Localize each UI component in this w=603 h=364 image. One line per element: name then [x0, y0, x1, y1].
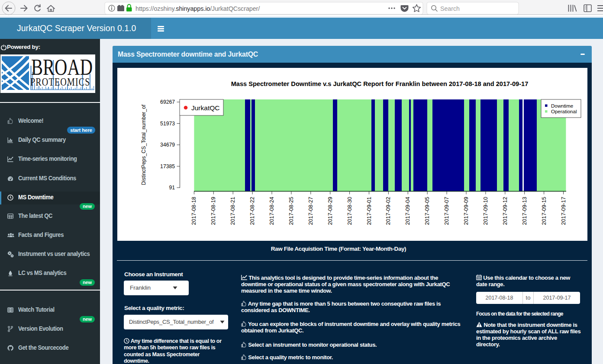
svg-text:2017-08-29: 2017-08-29 [327, 197, 333, 225]
svg-text:Operational: Operational [551, 109, 577, 114]
svg-text:69267: 69267 [160, 99, 175, 105]
svg-text:2017-09-05: 2017-09-05 [424, 197, 430, 225]
svg-text:DistinctPeps_CS_Total_number_o: DistinctPeps_CS_Total_number_of [141, 104, 147, 185]
svg-text:17385: 17385 [160, 163, 175, 169]
svg-text:2017-08-19: 2017-08-19 [210, 197, 216, 225]
svg-text:2017-08-27: 2017-08-27 [307, 197, 314, 225]
svg-text:2017-08-24: 2017-08-24 [268, 197, 275, 225]
svg-text:2017-08-21: 2017-08-21 [229, 197, 236, 225]
svg-text:Downtime: Downtime [551, 103, 573, 109]
svg-text:PROTEOMICS: PROTEOMICS [30, 76, 90, 88]
svg-text:2017-09-15: 2017-09-15 [541, 197, 547, 225]
svg-text:2017-09-10: 2017-09-10 [482, 197, 489, 225]
svg-text:2017-09-02: 2017-09-02 [385, 197, 391, 225]
svg-text:2017-09-01: 2017-09-01 [366, 197, 372, 225]
svg-text:2017-09-17: 2017-09-17 [560, 197, 567, 225]
svg-text:https://ozshiny.shinyapps.io/J: https://ozshiny.shinyapps.io/JurkatQCscr… [135, 5, 260, 12]
svg-text:91: 91 [169, 185, 175, 191]
svg-text:2017-09-07: 2017-09-07 [443, 197, 450, 225]
svg-text:Search: Search [440, 5, 460, 12]
svg-text:2017-08-30: 2017-08-30 [346, 197, 353, 225]
svg-text:2017-08-18: 2017-08-18 [190, 197, 197, 225]
svg-text:JurkatQC: JurkatQC [191, 104, 219, 112]
svg-text:2017-09-09: 2017-09-09 [463, 197, 469, 225]
svg-text:2017-09-12: 2017-09-12 [502, 197, 508, 225]
svg-text:2017-09-13: 2017-09-13 [521, 197, 528, 225]
svg-text:2017-08-25: 2017-08-25 [288, 197, 294, 225]
svg-text:51973: 51973 [160, 121, 175, 127]
svg-text:2017-09-04: 2017-09-04 [404, 197, 411, 225]
svg-text:34679: 34679 [160, 142, 175, 148]
svg-text:2017-08-22: 2017-08-22 [249, 197, 255, 225]
svg-text:Mass Spectrometer Downtime v.s: Mass Spectrometer Downtime v.s JurkatQC … [231, 80, 529, 87]
